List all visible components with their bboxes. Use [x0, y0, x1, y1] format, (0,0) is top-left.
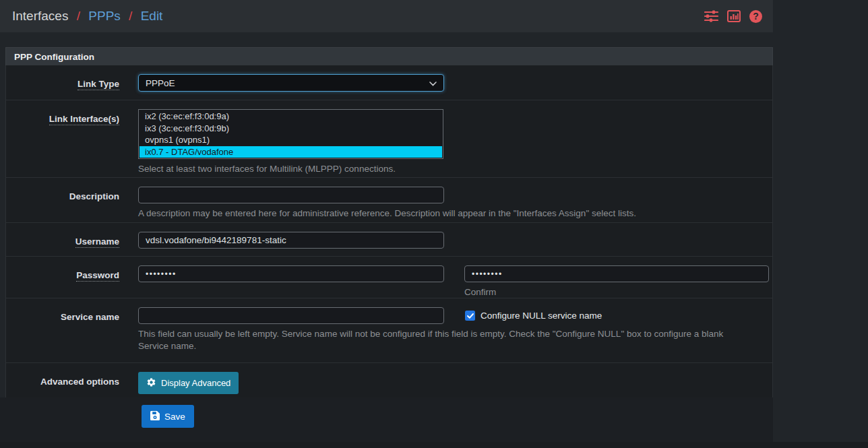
list-option-ix3[interactable]: ix3 (3c:ec:ef:f3:0d:9b): [140, 123, 442, 135]
configure-null-checkbox-label: Configure NULL service name: [480, 311, 602, 321]
row-username: Username: [6, 223, 772, 257]
password-confirm-input[interactable]: [464, 265, 769, 282]
footer-strip: [0, 442, 868, 448]
content-footer-area: Save: [0, 397, 773, 448]
save-button[interactable]: Save: [142, 405, 194, 428]
link-interfaces-help: Select at least two interfaces for Multi…: [138, 163, 748, 175]
breadcrumb-link-edit[interactable]: Edit: [141, 9, 163, 23]
description-help: A description may be entered here for ad…: [138, 207, 748, 220]
description-label: Description: [69, 191, 119, 201]
link-interfaces-label: Link Interface(s): [49, 114, 119, 125]
list-option-ix2[interactable]: ix2 (3c:ec:ef:f3:0d:9a): [140, 110, 442, 123]
breadcrumb-section: Interfaces: [12, 9, 68, 23]
username-label: Username: [75, 236, 119, 248]
row-link-interfaces: Link Interface(s) ix2 (3c:ec:ef:f3:0d:9a…: [6, 100, 772, 178]
breadcrumb-link-ppps[interactable]: PPPs: [88, 9, 121, 23]
display-advanced-button[interactable]: Display Advanced: [138, 372, 239, 394]
list-option-ix0-7-selected[interactable]: ix0.7 - DTAG/vodafone: [140, 146, 442, 158]
list-option-ovpns1[interactable]: ovpns1 (ovpns1): [140, 134, 442, 146]
service-name-label: Service name: [61, 312, 119, 322]
help-icon-glyph: ?: [749, 10, 762, 23]
service-name-input[interactable]: [138, 307, 444, 324]
description-input[interactable]: [138, 187, 444, 203]
password-input[interactable]: [138, 265, 444, 282]
username-input[interactable]: [138, 232, 444, 249]
row-advanced-options: Advanced options Display Advanced: [6, 363, 772, 397]
ppp-configuration-panel: PPP Configuration Link Type PPPoE Link I…: [5, 47, 773, 398]
breadcrumb: Interfaces / PPPs / Edit: [12, 9, 162, 24]
bar-chart-icon[interactable]: [727, 10, 741, 22]
breadcrumb-separator: /: [77, 9, 80, 23]
chevron-down-icon: [429, 78, 437, 88]
row-service-name: Service name Configure NULL service name…: [6, 298, 772, 363]
link-type-selected-value: PPPoE: [146, 78, 175, 88]
link-type-label: Link Type: [78, 79, 119, 90]
sliders-icon[interactable]: [704, 10, 718, 22]
advanced-options-label: Advanced options: [40, 377, 119, 387]
link-type-select[interactable]: PPPoE: [138, 74, 444, 92]
service-name-help: This field can usually be left empty. Se…: [138, 328, 748, 352]
password-confirm-label: Confirm: [464, 287, 769, 297]
configure-null-checkbox[interactable]: [465, 311, 475, 321]
panel-body: Link Type PPPoE Link Interface(s) ix2 (3…: [5, 65, 773, 398]
help-icon[interactable]: ?: [749, 10, 762, 23]
panel-title: PPP Configuration: [5, 47, 773, 65]
navbar: Interfaces / PPPs / Edit: [0, 0, 773, 32]
configure-null-checkbox-group[interactable]: Configure NULL service name: [465, 311, 602, 321]
gear-icon: [146, 377, 156, 389]
row-description: Description A description may be entered…: [6, 178, 772, 223]
row-link-type: Link Type PPPoE: [6, 65, 772, 100]
password-label: Password: [76, 270, 119, 282]
save-button-label: Save: [164, 412, 185, 422]
display-advanced-button-label: Display Advanced: [161, 378, 230, 388]
link-interfaces-listbox[interactable]: ix2 (3c:ec:ef:f3:0d:9a) ix3 (3c:ec:ef:f3…: [138, 109, 443, 159]
row-password: Password Confirm: [6, 257, 772, 298]
navbar-icons: ?: [704, 10, 762, 23]
save-floppy-icon: [150, 411, 160, 422]
breadcrumb-separator: /: [129, 9, 132, 23]
